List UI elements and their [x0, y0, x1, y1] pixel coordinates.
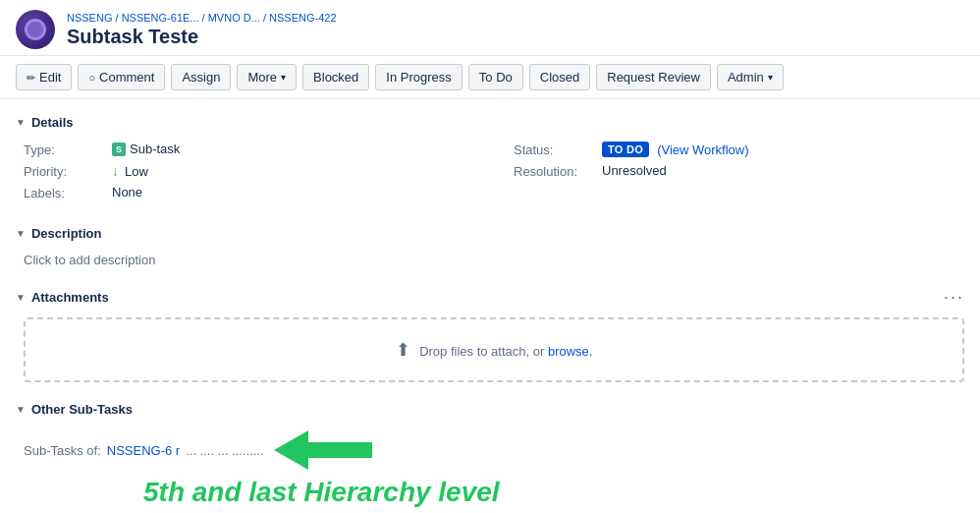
attachments-title-row: ▼ Attachments: [16, 290, 109, 305]
assign-button[interactable]: Assign: [171, 64, 231, 90]
attachments-more-button[interactable]: ···: [944, 287, 964, 308]
inprogress-button[interactable]: In Progress: [375, 64, 462, 90]
type-field-row: Type: S Sub-task: [24, 142, 474, 157]
closed-button[interactable]: Closed: [529, 64, 590, 90]
annotation-line2: We can see parent: [143, 509, 500, 513]
breadcrumb-parent1[interactable]: NSSENG-61E...: [122, 12, 199, 24]
details-right-column: Status: TO DO (View Workflow) Resolution…: [514, 142, 964, 206]
resolution-value: Unresolved: [602, 163, 667, 178]
breadcrumb-project[interactable]: NSSENG: [67, 12, 112, 24]
breadcrumb: NSSENG / NSSENG-61E... / MVNO D... / NSS…: [67, 12, 337, 24]
closed-label: Closed: [540, 70, 579, 85]
main-content: ▼ Details Type: S Sub-task Priority: ↓ L…: [0, 99, 980, 513]
status-badge: TO DO: [602, 142, 649, 157]
request-review-button[interactable]: Request Review: [596, 64, 711, 90]
resolution-label: Resolution:: [514, 163, 602, 179]
attachments-header: ▼ Attachments ···: [16, 287, 964, 308]
details-left-column: Type: S Sub-task Priority: ↓ Low Labels:…: [24, 142, 474, 206]
browse-link[interactable]: browse.: [548, 344, 593, 359]
upload-icon: ⬆: [396, 340, 410, 360]
priority-label: Priority:: [24, 163, 112, 179]
other-subtasks-title: Other Sub-Tasks: [31, 402, 133, 417]
status-field-row: Status: TO DO (View Workflow): [514, 142, 964, 157]
attachments-section-title: Attachments: [31, 290, 109, 305]
other-subtasks-section: ▼ Other Sub-Tasks Sub-Tasks of: NSSENG-6…: [16, 402, 964, 513]
labels-field-row: Labels: None: [24, 185, 474, 200]
details-section-title: Details: [31, 115, 74, 130]
details-section: ▼ Details Type: S Sub-task Priority: ↓ L…: [16, 115, 964, 206]
comment-icon: [88, 70, 95, 85]
subtask-ellipsis: ... .... ... .........: [186, 443, 263, 458]
labels-value: None: [112, 185, 142, 200]
annotation-text: 5th and last Hierarchy level We can see …: [143, 476, 500, 513]
green-arrow-icon: [274, 428, 372, 472]
priority-value: ↓ Low: [112, 163, 148, 179]
priority-field-row: Priority: ↓ Low: [24, 163, 474, 179]
request-review-label: Request Review: [607, 70, 700, 85]
header-bar: NSSENG / NSSENG-61E... / MVNO D... / NSS…: [0, 0, 980, 56]
todo-label: To Do: [479, 70, 513, 85]
annotation-container: 5th and last Hierarchy level We can see …: [124, 476, 964, 513]
type-label: Type:: [24, 142, 112, 157]
breadcrumb-parent2[interactable]: MVNO D...: [208, 12, 260, 24]
attachments-section: ▼ Attachments ··· ⬆ Drop files to attach…: [16, 287, 964, 382]
attachments-toggle-icon: ▼: [16, 292, 26, 303]
edit-label: Edit: [39, 70, 61, 85]
blocked-label: Blocked: [313, 70, 358, 85]
view-workflow-link[interactable]: (View Workflow): [657, 142, 748, 157]
edit-button[interactable]: Edit: [16, 64, 72, 90]
priority-down-icon: ↓: [112, 163, 119, 179]
description-toggle-icon: ▼: [16, 228, 26, 239]
pencil-icon: [27, 70, 35, 85]
other-subtasks-header[interactable]: ▼ Other Sub-Tasks: [16, 402, 964, 417]
inprogress-label: In Progress: [386, 70, 451, 85]
other-subtasks-toggle-icon: ▼: [16, 404, 26, 415]
status-value: TO DO (View Workflow): [602, 142, 749, 157]
labels-label: Labels:: [24, 185, 112, 200]
description-section-title: Description: [31, 226, 102, 241]
description-section-header[interactable]: ▼ Description: [16, 226, 964, 241]
description-section: ▼ Description Click to add description: [16, 226, 964, 267]
details-section-header[interactable]: ▼ Details: [16, 115, 964, 130]
logo-inner-circle: [25, 19, 46, 40]
breadcrumb-parent3[interactable]: NSSENG-422: [269, 12, 336, 24]
status-label: Status:: [514, 142, 602, 157]
admin-label: Admin: [728, 70, 764, 85]
annotation-line1: 5th and last Hierarchy level: [143, 476, 500, 509]
subtask-icon: S: [112, 142, 126, 156]
blocked-button[interactable]: Blocked: [302, 64, 369, 90]
description-placeholder[interactable]: Click to add description: [24, 253, 964, 267]
toolbar: Edit Comment Assign More Blocked In Prog…: [0, 56, 980, 99]
details-grid: Type: S Sub-task Priority: ↓ Low Labels:…: [24, 142, 964, 206]
subtask-of-row-container: Sub-Tasks of: NSSENG-6 r ... .... ... ..…: [16, 428, 964, 472]
app-logo: [16, 10, 55, 49]
subtask-of-label: Sub-Tasks of:: [24, 443, 101, 458]
page-title: Subtask Teste: [67, 26, 337, 48]
resolution-field-row: Resolution: Unresolved: [514, 163, 964, 179]
type-value: S Sub-task: [112, 142, 180, 156]
more-label: More: [247, 70, 277, 85]
comment-button[interactable]: Comment: [78, 64, 165, 90]
more-button[interactable]: More: [237, 64, 297, 90]
subtask-of-link[interactable]: NSSENG-6 r: [107, 443, 180, 458]
assign-label: Assign: [182, 70, 220, 85]
comment-label: Comment: [99, 70, 154, 85]
svg-marker-0: [274, 430, 372, 470]
header-text: NSSENG / NSSENG-61E... / MVNO D... / NSS…: [67, 12, 337, 48]
details-toggle-icon: ▼: [16, 117, 26, 128]
subtask-of-row: Sub-Tasks of: NSSENG-6 r ... .... ... ..…: [24, 443, 264, 458]
todo-button[interactable]: To Do: [468, 64, 523, 90]
admin-button[interactable]: Admin: [717, 64, 784, 90]
attachments-drop-zone[interactable]: ⬆ Drop files to attach, or browse.: [24, 317, 964, 382]
drop-text: Drop files to attach, or: [419, 344, 544, 359]
